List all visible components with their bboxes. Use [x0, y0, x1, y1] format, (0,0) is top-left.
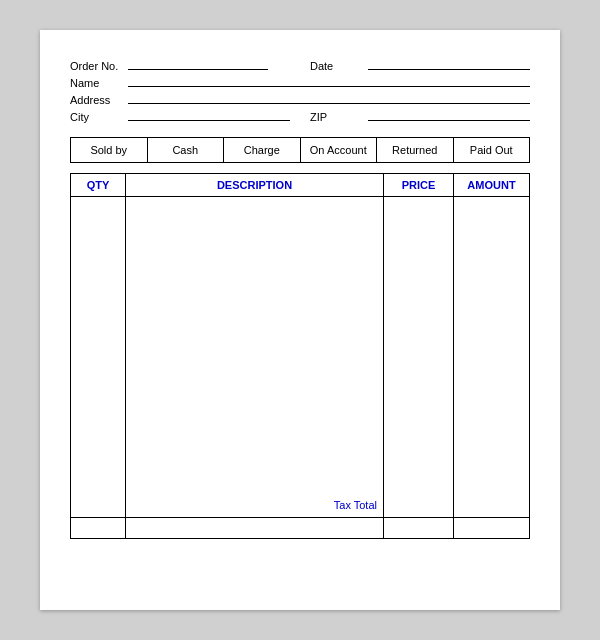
- tax-label: Tax: [334, 499, 351, 511]
- city-line[interactable]: [128, 120, 290, 121]
- col-header-qty: QTY: [71, 174, 126, 196]
- description-column[interactable]: Tax Total: [126, 197, 384, 517]
- invoice-page: Order No. Date Name Address City: [40, 30, 560, 610]
- date-label: Date: [310, 60, 368, 72]
- col-header-amount: AMOUNT: [454, 174, 529, 196]
- zip-label: ZIP: [310, 111, 368, 123]
- transaction-returned[interactable]: Returned: [377, 138, 454, 162]
- col-header-description: DESCRIPTION: [126, 174, 384, 196]
- order-no-line[interactable]: [128, 69, 268, 70]
- amount-column[interactable]: [454, 197, 529, 517]
- price-column[interactable]: [384, 197, 454, 517]
- table-header-row: QTY DESCRIPTION PRICE AMOUNT: [71, 174, 529, 197]
- total-label: Total: [354, 499, 377, 511]
- footer-qty: [71, 518, 126, 538]
- city-label: City: [70, 111, 128, 123]
- transaction-row: Sold by Cash Charge On Account Returned …: [70, 137, 530, 163]
- date-line[interactable]: [368, 69, 530, 70]
- transaction-charge[interactable]: Charge: [224, 138, 301, 162]
- zip-group: ZIP: [310, 111, 530, 123]
- footer-desc: [126, 518, 384, 538]
- transaction-sold-by[interactable]: Sold by: [71, 138, 148, 162]
- city-zip-row: City ZIP: [70, 111, 530, 123]
- address-row: Address: [70, 94, 530, 106]
- city-group: City: [70, 111, 290, 123]
- header-section: Order No. Date Name Address City: [70, 60, 530, 123]
- date-group: Date: [310, 60, 530, 72]
- qty-column[interactable]: [71, 197, 126, 517]
- order-date-row: Order No. Date: [70, 60, 530, 72]
- table-footer-row: [71, 518, 529, 538]
- table-content-row: Tax Total: [71, 197, 529, 518]
- transaction-on-account[interactable]: On Account: [301, 138, 378, 162]
- address-label: Address: [70, 94, 128, 106]
- col-header-price: PRICE: [384, 174, 454, 196]
- tax-total-labels: Tax Total: [126, 495, 383, 517]
- transaction-paid-out[interactable]: Paid Out: [454, 138, 530, 162]
- transaction-cash[interactable]: Cash: [148, 138, 225, 162]
- name-line[interactable]: [128, 86, 530, 87]
- name-label: Name: [70, 77, 128, 89]
- order-no-group: Order No.: [70, 60, 290, 72]
- main-table: QTY DESCRIPTION PRICE AMOUNT Tax Total: [70, 173, 530, 539]
- footer-amount: [454, 518, 529, 538]
- name-row: Name: [70, 77, 530, 89]
- order-no-label: Order No.: [70, 60, 128, 72]
- zip-line[interactable]: [368, 120, 530, 121]
- address-line[interactable]: [128, 103, 530, 104]
- footer-price: [384, 518, 454, 538]
